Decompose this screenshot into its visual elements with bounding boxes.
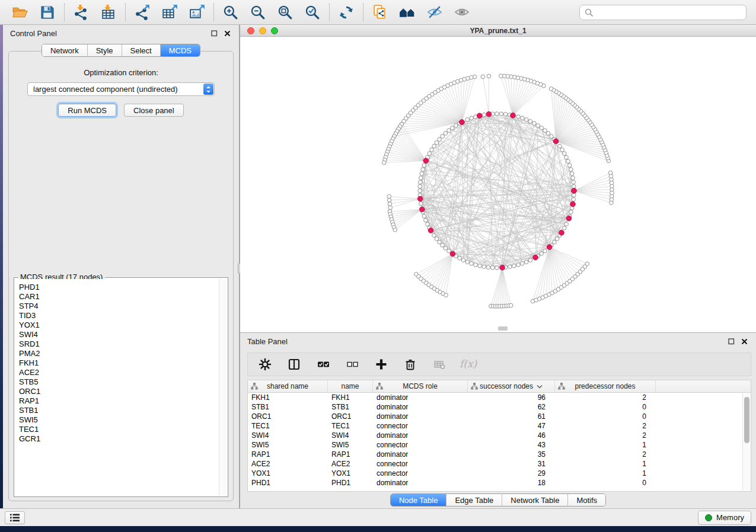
graph-node[interactable] — [508, 265, 512, 269]
graph-leaf-node[interactable] — [481, 75, 485, 79]
graph-node[interactable] — [426, 222, 430, 226]
save-session-button[interactable] — [38, 3, 57, 22]
graph-node[interactable] — [495, 112, 499, 116]
graph-node[interactable] — [470, 261, 474, 265]
graph-node[interactable] — [454, 124, 458, 128]
list-item[interactable]: PHD1 — [19, 283, 218, 292]
graph-leaf-node[interactable] — [388, 206, 393, 210]
show-all-button[interactable] — [452, 3, 471, 22]
graph-node[interactable] — [512, 264, 516, 268]
list-item[interactable]: TID3 — [19, 311, 218, 321]
graph-node[interactable] — [419, 201, 423, 206]
graph-hub-node[interactable] — [559, 230, 564, 236]
graph-node[interactable] — [569, 210, 573, 214]
list-item[interactable]: STP4 — [19, 302, 218, 311]
tab-edge-table[interactable]: Edge Table — [446, 494, 502, 506]
float-table-panel-icon[interactable] — [726, 336, 736, 346]
table-scrollbar[interactable] — [742, 393, 750, 491]
delete-button[interactable] — [401, 355, 420, 374]
graph-node[interactable] — [432, 233, 436, 238]
graph-node[interactable] — [461, 258, 465, 262]
graph-hub-node[interactable] — [566, 216, 572, 221]
table-row[interactable]: TEC1TEC1connector472 — [248, 421, 751, 431]
export-table-button[interactable] — [160, 3, 179, 22]
graph-node[interactable] — [562, 226, 566, 230]
graph-node[interactable] — [430, 148, 434, 152]
first-neighbors-button[interactable] — [398, 3, 417, 22]
list-item[interactable]: STB5 — [19, 377, 218, 387]
list-item[interactable]: ACE2 — [19, 368, 218, 377]
graph-hub-node[interactable] — [428, 228, 433, 233]
graph-node[interactable] — [543, 129, 547, 133]
graph-node[interactable] — [447, 129, 451, 133]
graph-node[interactable] — [566, 159, 570, 164]
import-network-button[interactable] — [72, 3, 91, 22]
graph-leaf-node[interactable] — [499, 74, 503, 78]
graph-node[interactable] — [444, 132, 448, 136]
graph-node[interactable] — [428, 152, 432, 156]
minimize-window-icon[interactable] — [259, 27, 266, 34]
graph-hub-node[interactable] — [553, 139, 559, 144]
export-network-button[interactable] — [133, 3, 152, 22]
graph-node[interactable] — [435, 237, 439, 241]
graph-node[interactable] — [432, 144, 436, 148]
table-row[interactable]: RAP1RAP1dominator352 — [248, 450, 751, 459]
graph-node[interactable] — [495, 266, 499, 270]
graph-node[interactable] — [422, 214, 426, 219]
network-window-titlebar[interactable]: YPA_prune.txt_1 — [240, 25, 756, 37]
graph-node[interactable] — [564, 155, 569, 159]
graph-leaf-node[interactable] — [487, 74, 491, 78]
table-row[interactable]: YOX1YOX1connector291 — [248, 469, 751, 478]
graph-node[interactable] — [569, 168, 573, 172]
graph-hub-node[interactable] — [547, 245, 552, 250]
graph-leaf-node[interactable] — [509, 303, 513, 307]
graph-node[interactable] — [555, 237, 559, 241]
graph-node[interactable] — [540, 126, 544, 130]
list-item[interactable]: RAP1 — [19, 396, 218, 406]
graph-node[interactable] — [422, 164, 426, 168]
tab-motifs[interactable]: Motifs — [567, 494, 605, 506]
graph-node[interactable] — [499, 112, 503, 116]
memory-button[interactable]: Memory — [698, 511, 751, 525]
zoom-in-button[interactable] — [221, 3, 240, 22]
graph-node[interactable] — [567, 164, 572, 168]
graph-node[interactable] — [465, 260, 470, 264]
search-field[interactable] — [579, 5, 747, 20]
graph-node[interactable] — [553, 240, 557, 244]
graph-node[interactable] — [438, 137, 442, 142]
graph-node[interactable] — [540, 252, 544, 256]
tab-style[interactable]: Style — [87, 44, 122, 56]
graph-node[interactable] — [441, 243, 445, 248]
optimization-criterion-dropdown[interactable]: largest connected component (undirected) — [27, 82, 215, 96]
graph-node[interactable] — [458, 256, 462, 260]
show-panels-menu-button[interactable] — [5, 511, 25, 524]
table-row[interactable]: SWI5SWI5connector431 — [248, 440, 751, 450]
mcds-result-scrollbar[interactable] — [219, 279, 227, 495]
graph-hub-node[interactable] — [486, 111, 492, 117]
close-panel-button[interactable]: Close panel — [124, 104, 184, 117]
table-scrollbar-thumb[interactable] — [744, 397, 749, 443]
list-item[interactable]: SWI4 — [19, 330, 218, 339]
graph-leaf-node[interactable] — [393, 228, 397, 232]
tab-network-table[interactable]: Network Table — [502, 494, 567, 506]
graph-leaf-node[interactable] — [608, 171, 613, 175]
close-table-panel-icon[interactable] — [739, 336, 749, 346]
list-item[interactable]: SWI5 — [19, 415, 218, 425]
graph-node[interactable] — [470, 116, 474, 120]
graph-leaf-node[interactable] — [387, 198, 391, 203]
graph-leaf-node[interactable] — [444, 293, 448, 297]
graph-node[interactable] — [521, 116, 525, 120]
graph-leaf-node[interactable] — [387, 194, 391, 198]
network-canvas[interactable] — [240, 37, 756, 332]
graph-node[interactable] — [572, 184, 576, 188]
graph-hub-node[interactable] — [460, 120, 465, 125]
maximize-window-icon[interactable] — [271, 27, 278, 34]
graph-hub-node[interactable] — [572, 188, 577, 194]
graph-leaf-node[interactable] — [388, 202, 392, 206]
graph-hub-node[interactable] — [477, 113, 482, 118]
tab-node-table[interactable]: Node Table — [391, 494, 446, 506]
graph-leaf-node[interactable] — [549, 87, 553, 91]
select-all-rows-button[interactable] — [314, 355, 333, 374]
graph-node[interactable] — [528, 120, 532, 124]
graph-node[interactable] — [524, 118, 528, 122]
